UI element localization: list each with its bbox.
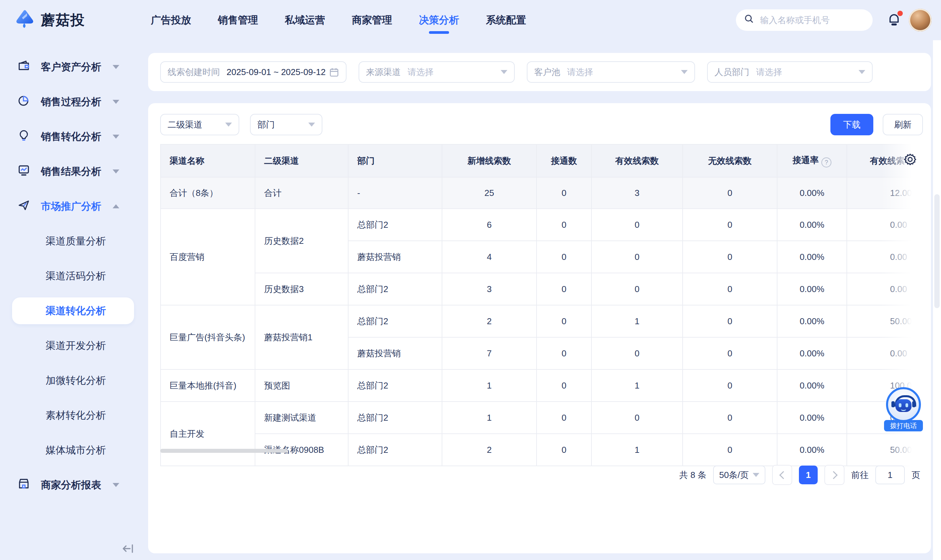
chevron-down-icon <box>112 483 119 487</box>
monitor-icon <box>17 164 30 179</box>
sidebar-item-merchant-reports[interactable]: 商家分析报表 <box>0 468 146 502</box>
goto-label: 前往 <box>851 469 869 481</box>
date-range-picker[interactable]: 线索创建时间 2025-09-01 ~ 2025-09-12 <box>160 61 347 83</box>
sidebar: 客户资产分析 销售过程分析 <box>0 40 146 560</box>
chevron-down-icon <box>112 169 119 174</box>
logo-text: 蘑菇投 <box>41 11 85 29</box>
page-size-select[interactable]: 50条/页 <box>713 466 765 484</box>
goto-page-input[interactable] <box>875 466 905 484</box>
col-invalid-leads: 无效线索数 <box>682 145 777 177</box>
page-scrollbar-track[interactable] <box>933 40 941 560</box>
sidebar-item-sales-results[interactable]: 销售结果分析 <box>0 154 146 189</box>
calendar-icon <box>329 67 339 77</box>
chevron-down-icon <box>681 70 688 74</box>
goto-unit: 页 <box>912 469 920 481</box>
notification-bell-icon[interactable] <box>886 12 902 28</box>
call-assistant-label: 拨打电话 <box>884 420 923 431</box>
chevron-down-icon <box>859 70 865 74</box>
table-row: 巨量本地推(抖音) 预览图 总部门2 1 0 1 0 0.00% 100.0 <box>160 369 920 402</box>
sidebar-item-sales-conversion[interactable]: 销售转化分析 <box>0 119 146 154</box>
topbar: 蘑菇投 广告投放 销售管理 私域运营 商家管理 决策分析 系统配置 <box>0 0 941 40</box>
column-settings-gear-icon[interactable] <box>904 153 917 166</box>
sidebar-sub-media-city[interactable]: 媒体城市分析 <box>0 433 146 468</box>
col-valid-leads: 有效线索数 <box>591 145 682 177</box>
nav-sales-management[interactable]: 销售管理 <box>217 0 259 40</box>
robot-icon <box>886 387 921 422</box>
call-assistant-button[interactable]: 拨打电话 <box>886 387 921 433</box>
sidebar-sub-channel-conversion[interactable]: 渠道转化分析 <box>12 297 134 324</box>
next-page-button[interactable] <box>824 465 844 485</box>
chevron-down-icon <box>112 65 119 69</box>
chevron-down-icon <box>112 100 119 104</box>
shop-icon <box>17 477 30 493</box>
chevron-down-icon <box>112 135 119 138</box>
bulb-icon <box>17 129 30 145</box>
table-row: 百度营销 历史数据2 总部门2 6 0 0 0 0.00% 0.00 <box>160 209 920 241</box>
current-page[interactable]: 1 <box>799 466 818 484</box>
nav-decision-analysis[interactable]: 决策分析 <box>417 0 460 40</box>
sidebar-item-sales-process[interactable]: 销售过程分析 <box>0 85 146 119</box>
sidebar-sub-material-conversion[interactable]: 素材转化分析 <box>0 398 146 433</box>
department-select[interactable]: 部门 <box>250 114 322 135</box>
search-input[interactable] <box>759 14 865 26</box>
chevron-down-icon <box>225 123 232 126</box>
table-header-row: 渠道名称 二级渠道 部门 新增线索数 接通数 有效线索数 无效线索数 接通率? … <box>160 145 920 177</box>
table-row: 历史数据3 总部门2 3 0 0 0 0.00% 0.00 <box>160 273 920 305</box>
sidebar-sub-channel-quality[interactable]: 渠道质量分析 <box>0 224 146 258</box>
data-table: 渠道名称 二级渠道 部门 新增线索数 接通数 有效线索数 无效线索数 接通率? … <box>160 144 920 466</box>
col-secondary-channel: 二级渠道 <box>255 145 348 177</box>
chevron-right-icon <box>829 471 838 479</box>
nav-ad-delivery[interactable]: 广告投放 <box>149 0 193 40</box>
download-button[interactable]: 下载 <box>830 114 873 135</box>
chevron-down-icon <box>501 70 507 74</box>
wallet-icon <box>17 59 30 75</box>
nav-merchant-management[interactable]: 商家管理 <box>351 0 393 40</box>
sidebar-item-customer-assets[interactable]: 客户资产分析 <box>0 49 146 85</box>
nav-system-config[interactable]: 系统配置 <box>485 0 527 40</box>
col-connected: 接通数 <box>536 145 591 177</box>
pie-icon <box>17 94 30 109</box>
search-icon <box>744 14 754 26</box>
chevron-left-icon <box>779 471 787 479</box>
app-root: 蘑菇投 广告投放 销售管理 私域运营 商家管理 决策分析 系统配置 <box>0 0 941 560</box>
table-row: 自主开发 新建测试渠道 总部门2 1 0 0 0 0.00% 0.00 <box>160 402 920 434</box>
chevron-down-icon <box>753 473 759 477</box>
horizontal-scrollbar-thumb[interactable] <box>160 449 288 453</box>
sidebar-item-marketing-promotion[interactable]: 市场推广分析 <box>0 189 146 224</box>
sidebar-sub-channel-livecode[interactable]: 渠道活码分析 <box>0 258 146 294</box>
customer-pool-select[interactable]: 客户池 请选择 <box>527 61 695 83</box>
page-scrollbar-thumb[interactable] <box>934 194 939 308</box>
prev-page-button[interactable] <box>772 465 792 485</box>
col-channel-name: 渠道名称 <box>160 145 255 177</box>
sidebar-sub-wechat-conversion[interactable]: 加微转化分析 <box>0 363 146 398</box>
total-count: 共 8 条 <box>679 469 707 481</box>
sidebar-sub-channel-development[interactable]: 渠道开发分析 <box>0 328 146 363</box>
help-icon[interactable]: ? <box>821 157 832 168</box>
source-channel-select[interactable]: 来源渠道 请选择 <box>359 61 515 83</box>
global-search[interactable] <box>736 9 873 31</box>
col-new-leads: 新增线索数 <box>442 145 536 177</box>
main-panel: 二级渠道 部门 下载 刷新 渠道名称 二级渠道 部门 <box>148 103 931 553</box>
col-connect-rate: 接通率? <box>777 145 847 177</box>
refresh-button[interactable]: 刷新 <box>883 114 923 135</box>
staff-dept-select[interactable]: 人员部门 请选择 <box>707 61 873 83</box>
nav-private-domain[interactable]: 私域运营 <box>283 0 327 40</box>
pagination: 共 8 条 50条/页 1 前往 页 <box>679 465 920 485</box>
sidebar-collapse-icon[interactable] <box>121 541 136 556</box>
table-row: 巨量广告(抖音头条) 蘑菇投营销1 总部门2 2 0 1 0 0.00% 50.… <box>160 305 920 337</box>
chevron-up-icon <box>112 204 119 208</box>
user-avatar[interactable] <box>909 9 932 31</box>
plane-icon <box>17 198 30 214</box>
notification-dot <box>898 11 903 16</box>
logo[interactable]: 蘑菇投 <box>15 9 85 31</box>
filter-bar: 线索创建时间 2025-09-01 ~ 2025-09-12 来源渠道 请选择 … <box>148 53 931 91</box>
mushroom-logo-icon <box>15 9 35 31</box>
chevron-down-icon <box>308 123 315 126</box>
main-nav: 广告投放 销售管理 私域运营 商家管理 决策分析 系统配置 <box>149 0 527 40</box>
secondary-channel-select[interactable]: 二级渠道 <box>160 114 239 135</box>
col-department: 部门 <box>348 145 442 177</box>
table-row-total: 合计（8条） 合计 - 25 0 3 0 0.00% 12.00 <box>160 177 920 209</box>
